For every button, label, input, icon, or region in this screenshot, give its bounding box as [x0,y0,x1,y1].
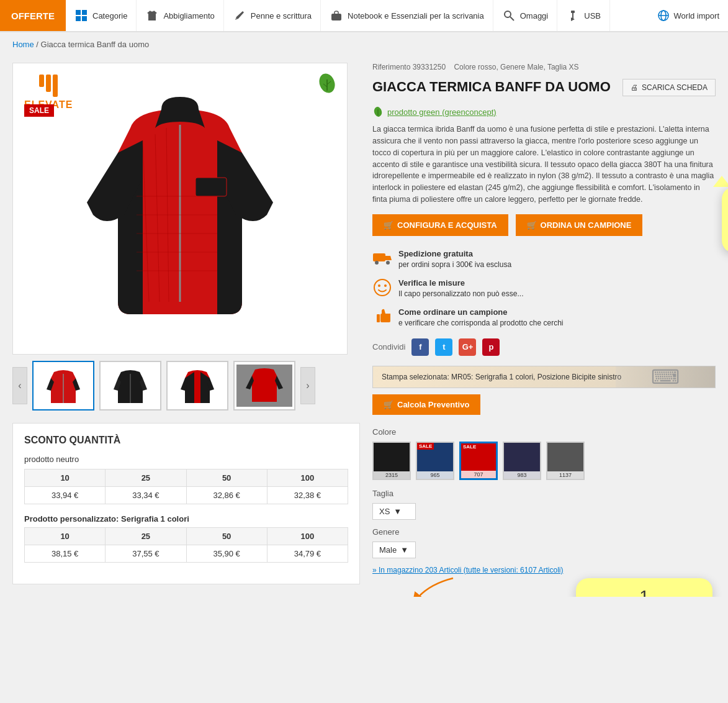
pinterest-icon[interactable]: p [482,338,500,356]
brand-logo-bars [24,75,73,97]
svg-rect-37 [377,314,380,322]
discount-col-10: 10 [25,469,106,487]
nav-item-penne[interactable]: Penne e scrittura [224,0,321,31]
color-swatches: 2315 SALE 965 SALE 707 983 1137 [372,442,716,480]
print-banner-bg: ⌨ [616,366,715,388]
svg-rect-2 [76,16,81,21]
print-banner-text: Stampa selezionata: MR05: Serigrafia 1 c… [382,373,621,381]
product-description: La giacca termica ibrida Banff da uomo è… [372,124,716,205]
cart-icon: 🛒 [384,220,393,230]
social-label: Condividi [372,342,405,352]
twitter-icon[interactable]: t [435,338,452,356]
left-panel: ELEVATE SALE [12,63,360,584]
tooltip-arrow-up [713,176,728,187]
svg-point-34 [374,279,390,296]
nav-label-penne: Penne e scrittura [251,11,312,20]
smiley-icon [372,278,392,297]
info-sample-text: Come ordinare un campione e verificare c… [398,307,563,329]
thumbnail-3[interactable] [166,361,228,410]
neutral-price-10: 33,94 € [25,487,106,504]
info-rows: Spedizione gratuita per ordini sopra i 3… [372,248,716,329]
swatch-code-965: 965 [417,471,453,479]
discount-custom-col-10: 10 [25,528,106,545]
svg-point-5 [505,11,511,17]
product-main-image [74,91,285,327]
thumb-prev[interactable]: ‹ [12,367,27,404]
nav-item-notebook[interactable]: Notebook e Essenziali per la scrivania [321,0,493,31]
green-badge: prodotto green (greenconcept) [372,106,716,117]
download-button[interactable]: 🖨 SCARICA SCHEDA [622,79,716,96]
sample-button[interactable]: 🛒 ORDINA UN CAMPIONE [516,214,643,236]
discount-custom-col-100: 100 [267,528,348,545]
svg-point-36 [384,284,387,287]
nav-item-world[interactable]: World import [648,0,728,31]
tooltip-sample-bubble: 2 Ordina il campione [722,187,728,253]
breadcrumb-separator: / [36,40,38,49]
color-swatch-1137[interactable]: 1137 [546,442,585,480]
search-icon [502,9,516,22]
googleplus-icon[interactable]: G+ [459,338,476,356]
brand-bar-1 [39,75,44,87]
nav-item-abbigliamento[interactable]: Abbigliamento [137,0,223,31]
right-panel: Riferimento 39331250 Colore rosso, Gener… [360,63,716,584]
discount-custom-col-25: 25 [106,528,186,545]
thumbnail-2[interactable] [99,361,161,410]
keyboard-icon: ⌨ [651,366,680,388]
pen-icon [233,9,246,22]
svg-rect-3 [82,16,87,21]
tooltip-characteristics-bubble: 1 Scegli le caratteristiche [576,578,712,597]
discount-custom-label: Prodotto personalizzato: Serigrafia 1 co… [24,514,348,524]
size-dropdown[interactable]: XS ▼ [372,503,416,520]
swatch-code-983: 983 [504,471,540,479]
gender-section: Genere Male ▼ [372,527,716,558]
svg-rect-0 [76,10,81,15]
configure-button[interactable]: 🛒 CONFIGURA E ACQUISTA [372,214,508,236]
neutral-price-25: 33,34 € [106,487,186,504]
briefcase-icon [330,9,343,22]
swatch-code-707: 707 [461,471,496,478]
discount-custom-table: 10 25 50 100 38,15 € 37,55 € 35,90 € 34,… [24,527,348,563]
color-swatch-2315[interactable]: 2315 [372,442,411,480]
truck-icon [372,248,392,268]
nav-label-abbigliamento: Abbigliamento [163,11,214,20]
custom-price-25: 37,55 € [106,545,186,563]
swatch-code-2315: 2315 [374,471,410,479]
info-shipping-text: Spedizione gratuita per ordini sopra i 3… [398,248,511,270]
nav-offerte[interactable]: OFFERTE [0,0,66,31]
discount-title: SCONTO QUANTITÀ [24,435,348,446]
gender-dropdown-arrow-icon: ▼ [400,545,408,555]
info-size: Verifica le misure Il capo personalizzat… [372,278,716,299]
discount-col-100: 100 [267,469,348,487]
color-swatch-707[interactable]: SALE 707 [459,442,498,480]
color-swatch-965[interactable]: SALE 965 [416,442,454,480]
discount-neutral-label: prodotto neutro [24,455,348,464]
discount-col-25: 25 [106,469,186,487]
color-section: Colore 2315 SALE 965 SALE 707 983 1137 [372,427,716,574]
download-icon: 🖨 [631,83,638,92]
size-label: Taglia [372,489,716,498]
svg-point-35 [378,284,380,287]
svg-point-33 [386,261,390,265]
svg-rect-31 [373,253,385,261]
green-label: prodotto green (greenconcept) [387,107,497,117]
sample-icon: 🛒 [527,220,537,230]
product-title: GIACCA TERMICA BANFF DA UOMO [372,79,611,95]
grid-icon [74,9,88,22]
thumbsup-icon [372,307,392,327]
color-swatch-983[interactable]: 983 [503,442,541,480]
nav-item-usb[interactable]: USB [557,0,610,31]
discount-neutral-table: 10 25 50 100 33,94 € 33,34 € 32,86 € 32,… [24,469,348,504]
thumb-next[interactable]: › [300,367,315,404]
nav-label-world: World import [674,11,719,20]
discount-col-50: 50 [186,469,267,487]
preventivo-button[interactable]: 🛒 Calcola Preventivo [372,394,480,415]
brand-bar-2 [46,75,51,92]
svg-rect-17 [195,178,227,196]
thumbnail-1[interactable] [32,361,94,410]
nav-item-categorie[interactable]: Categorie [66,0,137,31]
breadcrumb-home[interactable]: Home [12,40,34,49]
facebook-icon[interactable]: f [411,338,429,356]
nav-item-omaggi[interactable]: Omaggi [493,0,558,31]
thumbnail-4[interactable] [233,361,295,410]
gender-dropdown[interactable]: Male ▼ [372,542,416,558]
